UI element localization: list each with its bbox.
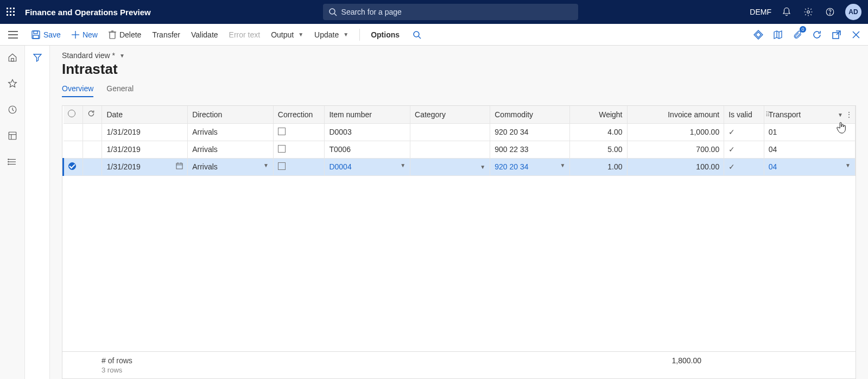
- gear-icon[interactable]: [802, 5, 815, 18]
- hamburger-icon[interactable]: [5, 28, 21, 41]
- filter-icon[interactable]: [31, 51, 44, 64]
- cell-category[interactable]: ▼: [410, 158, 490, 175]
- help-icon[interactable]: [823, 5, 837, 18]
- star-icon[interactable]: [6, 77, 19, 90]
- validate-button[interactable]: Validate: [191, 30, 218, 39]
- cell-valid[interactable]: ✓: [724, 158, 764, 175]
- cell-direction[interactable]: Arrivals▼: [188, 158, 274, 175]
- options-button[interactable]: Options: [371, 30, 400, 39]
- search-input[interactable]: [341, 8, 573, 16]
- col-select-all[interactable]: [64, 106, 83, 123]
- chevron-down-icon[interactable]: ▼: [560, 162, 565, 168]
- footer-total-invoice: 1,800.00: [672, 356, 702, 374]
- transfer-button[interactable]: Transfer: [152, 30, 180, 39]
- drag-handle-icon[interactable]: ⠿: [765, 111, 770, 118]
- workspaces-icon[interactable]: [6, 129, 19, 142]
- delete-button[interactable]: Delete: [109, 30, 141, 39]
- col-invoice-amount[interactable]: Invoice amount: [627, 106, 724, 123]
- cell-commodity[interactable]: 920 20 34▼: [490, 158, 570, 175]
- col-is-valid[interactable]: Is valid: [724, 106, 764, 123]
- output-dropdown[interactable]: Output▼: [271, 30, 303, 39]
- column-menu-icon[interactable]: ⋮: [845, 110, 853, 119]
- modules-icon[interactable]: [6, 155, 19, 168]
- col-transport[interactable]: ⠿ Transport ▼ ⋮: [764, 106, 855, 123]
- cell-date[interactable]: 1/31/2019: [102, 158, 188, 175]
- col-commodity[interactable]: Commodity: [490, 106, 570, 123]
- cell-transport[interactable]: 01: [764, 123, 855, 141]
- recent-icon[interactable]: [6, 103, 19, 116]
- cell-item[interactable]: D0003: [325, 123, 410, 141]
- global-search[interactable]: [323, 4, 578, 20]
- cell-category[interactable]: [410, 123, 490, 141]
- chevron-down-icon[interactable]: ▼: [480, 164, 485, 170]
- chevron-down-icon[interactable]: ▼: [400, 162, 406, 168]
- refresh-icon[interactable]: [810, 28, 823, 41]
- divider: [359, 29, 360, 41]
- avatar[interactable]: AD: [845, 4, 861, 20]
- col-weight[interactable]: Weight: [570, 106, 627, 123]
- cell-correction[interactable]: [273, 158, 325, 175]
- col-direction[interactable]: Direction: [188, 106, 274, 123]
- svg-point-9: [330, 9, 335, 14]
- chevron-down-icon[interactable]: ▼: [838, 111, 843, 117]
- update-dropdown[interactable]: Update▼: [314, 30, 349, 39]
- svg-rect-18: [34, 31, 37, 34]
- notifications-icon[interactable]: [780, 5, 793, 18]
- cell-direction[interactable]: Arrivals: [188, 123, 274, 141]
- plus-icon: [72, 31, 79, 39]
- cell-correction[interactable]: [273, 123, 325, 141]
- cell-weight[interactable]: 4.00: [570, 123, 627, 141]
- chevron-down-icon[interactable]: ▼: [263, 162, 269, 168]
- cell-transport[interactable]: 04▼: [764, 158, 855, 175]
- trash-icon: [109, 30, 116, 39]
- calendar-icon[interactable]: [176, 162, 183, 171]
- new-button[interactable]: New: [72, 30, 98, 39]
- cell-transport[interactable]: 04: [764, 141, 855, 158]
- cell-commodity[interactable]: 900 22 33: [490, 141, 570, 158]
- company-code[interactable]: DEMF: [750, 8, 771, 16]
- cell-invoice[interactable]: 100.00: [627, 158, 724, 175]
- home-icon[interactable]: [6, 51, 19, 64]
- save-button[interactable]: Save: [31, 30, 61, 39]
- search-command-icon[interactable]: [410, 28, 423, 41]
- col-date[interactable]: Date: [102, 106, 188, 123]
- cell-correction[interactable]: [273, 141, 325, 158]
- view-selector[interactable]: Standard view * ▼: [62, 51, 125, 60]
- tab-overview[interactable]: Overview: [62, 84, 93, 97]
- cell-item[interactable]: T0006: [325, 141, 410, 158]
- col-refresh[interactable]: [83, 106, 102, 123]
- svg-point-42: [8, 161, 9, 162]
- global-nav: Finance and Operations Preview DEMF AD: [0, 0, 868, 24]
- chevron-down-icon: ▼: [298, 31, 303, 37]
- cell-invoice[interactable]: 700.00: [627, 141, 724, 158]
- cell-valid[interactable]: ✓: [724, 141, 764, 158]
- error-text-button: Error text: [229, 30, 261, 39]
- cell-weight[interactable]: 1.00: [570, 158, 627, 175]
- delete-label: Delete: [119, 30, 141, 39]
- table-row[interactable]: 1/31/2019 Arrivals▼ D0004▼ ▼ 920 20 34▼ …: [64, 158, 856, 175]
- svg-rect-2: [13, 8, 15, 9]
- cell-commodity[interactable]: 920 20 34: [490, 123, 570, 141]
- cell-item[interactable]: D0004▼: [325, 158, 410, 175]
- chevron-down-icon[interactable]: ▼: [845, 162, 851, 168]
- svg-rect-44: [176, 163, 182, 169]
- cell-date[interactable]: 1/31/2019: [102, 141, 188, 158]
- cell-valid[interactable]: ✓: [724, 123, 764, 141]
- cell-weight[interactable]: 5.00: [570, 141, 627, 158]
- col-item-number[interactable]: Item number: [325, 106, 410, 123]
- cell-invoice[interactable]: 1,000.00: [627, 123, 724, 141]
- table-row[interactable]: 1/31/2019 Arrivals T0006 900 22 33 5.00 …: [64, 141, 856, 158]
- close-icon[interactable]: [850, 28, 863, 41]
- cell-direction[interactable]: Arrivals: [188, 141, 274, 158]
- cell-category[interactable]: [410, 141, 490, 158]
- tab-general[interactable]: General: [106, 84, 134, 97]
- diamond-icon[interactable]: [752, 28, 765, 41]
- popout-icon[interactable]: [830, 28, 843, 41]
- attachments-button[interactable]: 0: [791, 28, 804, 41]
- col-correction[interactable]: Correction: [273, 106, 325, 123]
- col-category[interactable]: Category: [410, 106, 490, 123]
- table-row[interactable]: 1/31/2019 Arrivals D0003 920 20 34 4.00 …: [64, 123, 856, 141]
- cell-date[interactable]: 1/31/2019: [102, 123, 188, 141]
- app-launcher-icon[interactable]: [4, 5, 17, 18]
- map-icon[interactable]: [771, 28, 784, 41]
